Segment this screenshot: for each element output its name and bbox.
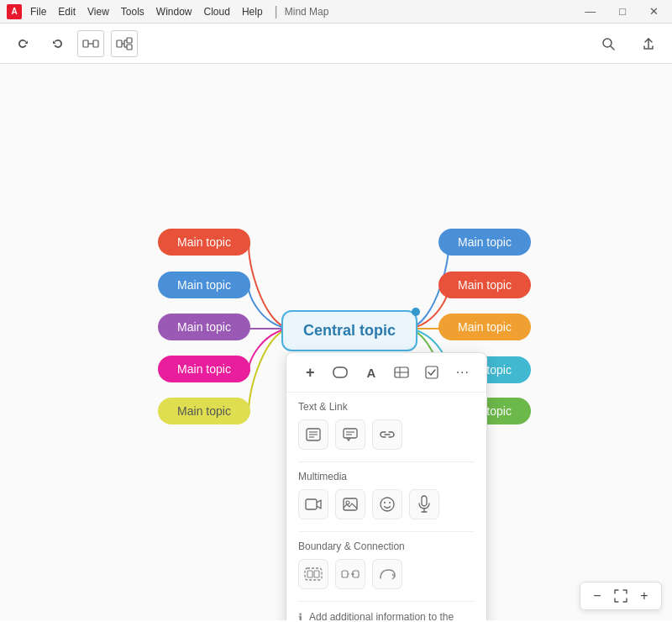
multimedia-icons	[298, 489, 475, 519]
topic-lt5-label: Main topic	[177, 404, 231, 418]
zoom-in-button[interactable]: +	[634, 586, 654, 606]
svg-rect-22	[344, 429, 357, 438]
relationship-button[interactable]	[335, 559, 365, 589]
svg-rect-3	[117, 40, 122, 47]
topic-lt4[interactable]: Main topic	[158, 356, 250, 382]
central-dot	[412, 308, 420, 316]
text-link-icons	[298, 419, 475, 450]
svg-rect-5	[127, 45, 132, 50]
zoom-fit-button[interactable]	[611, 586, 631, 606]
text-link-title: Text & Link	[298, 401, 475, 413]
separator: |	[275, 4, 278, 19]
toolbar	[0, 24, 672, 64]
close-button[interactable]: ✕	[643, 3, 665, 19]
svg-rect-36	[314, 571, 319, 577]
topic-rt3[interactable]: Main topic	[438, 314, 531, 340]
emoji-button[interactable]	[372, 489, 402, 519]
svg-rect-25	[306, 499, 317, 509]
svg-rect-1	[93, 40, 98, 47]
info-icon: ℹ	[298, 611, 302, 620]
menu-bar[interactable]: File Edit View Tools Window Cloud Help	[25, 4, 268, 19]
titlebar: A File Edit View Tools Window Cloud Help…	[0, 0, 672, 24]
menu-edit[interactable]: Edit	[53, 4, 81, 19]
popup-text-button[interactable]: A	[358, 360, 385, 385]
zoom-controls: − +	[580, 582, 662, 610]
window-controls[interactable]: — □ ✕	[578, 3, 665, 19]
svg-point-30	[389, 502, 391, 503]
app-type: Mind Map	[285, 6, 329, 18]
svg-rect-35	[307, 571, 312, 577]
maximize-button[interactable]: □	[612, 3, 633, 19]
topic-lt2-label: Main topic	[177, 278, 231, 292]
topic-lt1[interactable]: Main topic	[158, 229, 250, 256]
toolbar-right	[595, 30, 662, 57]
share-button[interactable]	[635, 30, 662, 57]
video-button[interactable]	[298, 489, 328, 519]
insert-node-button[interactable]	[77, 30, 104, 57]
topic-rt1[interactable]: Main topic	[438, 229, 531, 256]
minimize-button[interactable]: —	[578, 3, 602, 19]
comment-button[interactable]	[335, 419, 365, 450]
info-text: Add additional information to the select…	[309, 610, 475, 620]
popup-more-button[interactable]: ···	[449, 360, 476, 385]
boundary-button[interactable]	[298, 559, 328, 589]
topic-rt2[interactable]: Main topic	[438, 271, 531, 298]
svg-rect-0	[83, 40, 88, 47]
topic-lt2[interactable]: Main topic	[158, 271, 250, 298]
menu-file[interactable]: File	[25, 4, 51, 19]
central-topic[interactable]: Central topic	[281, 310, 417, 351]
svg-point-29	[384, 502, 386, 503]
svg-point-27	[346, 501, 349, 504]
text-note-button[interactable]	[298, 419, 328, 450]
menu-window[interactable]: Window	[151, 4, 197, 19]
link-button[interactable]	[372, 419, 402, 450]
topic-rt1-label: Main topic	[458, 235, 512, 249]
svg-rect-13	[333, 367, 347, 377]
titlebar-left: A File Edit View Tools Window Cloud Help…	[7, 4, 328, 19]
popup-table-button[interactable]	[388, 360, 415, 385]
boundary-title: Boundary & Connection	[298, 540, 475, 552]
topic-lt1-label: Main topic	[177, 235, 231, 249]
svg-rect-31	[422, 496, 427, 506]
redo-button[interactable]	[44, 30, 71, 57]
topic-lt3[interactable]: Main topic	[158, 314, 250, 340]
search-button[interactable]	[595, 30, 622, 57]
menu-help[interactable]: Help	[237, 4, 268, 19]
curved-arrow-button[interactable]	[372, 559, 402, 589]
menu-cloud[interactable]: Cloud	[199, 4, 235, 19]
toolbar-left	[10, 30, 138, 57]
undo-button[interactable]	[10, 30, 37, 57]
app-logo: A	[7, 4, 22, 19]
svg-rect-4	[127, 38, 132, 43]
boundary-section: Boundary & Connection	[286, 532, 486, 601]
central-topic-label: Central topic	[303, 322, 396, 340]
topic-lt4-label: Main topic	[177, 362, 231, 376]
audio-button[interactable]	[409, 489, 439, 519]
svg-rect-26	[344, 498, 357, 510]
popup-toolbar: + A ···	[286, 352, 487, 620]
insert-child-button[interactable]	[111, 30, 138, 57]
text-link-section: Text & Link	[286, 393, 486, 461]
topic-lt5[interactable]: Main topic	[158, 398, 250, 424]
multimedia-title: Multimedia	[298, 471, 475, 482]
svg-point-28	[381, 498, 394, 511]
svg-rect-37	[342, 571, 348, 577]
menu-tools[interactable]: Tools	[116, 4, 150, 19]
zoom-out-button[interactable]: −	[587, 586, 607, 606]
popup-toolbar-top: + A ···	[286, 353, 486, 393]
topic-rt3-label: Main topic	[458, 320, 512, 334]
menu-view[interactable]: View	[82, 4, 114, 19]
topic-rt2-label: Main topic	[458, 278, 512, 292]
canvas[interactable]: Central topic Main topic Main topic Main…	[0, 64, 672, 620]
popup-info: ℹ Add additional information to the sele…	[286, 602, 486, 620]
multimedia-section: Multimedia	[286, 462, 486, 531]
popup-check-button[interactable]	[418, 360, 445, 385]
popup-add-button[interactable]: +	[297, 360, 323, 385]
popup-shape-button[interactable]	[327, 360, 354, 385]
image-button[interactable]	[335, 489, 365, 519]
boundary-icons	[298, 559, 475, 589]
svg-line-11	[611, 46, 614, 50]
topic-lt3-label: Main topic	[177, 320, 231, 334]
svg-rect-17	[426, 366, 438, 378]
